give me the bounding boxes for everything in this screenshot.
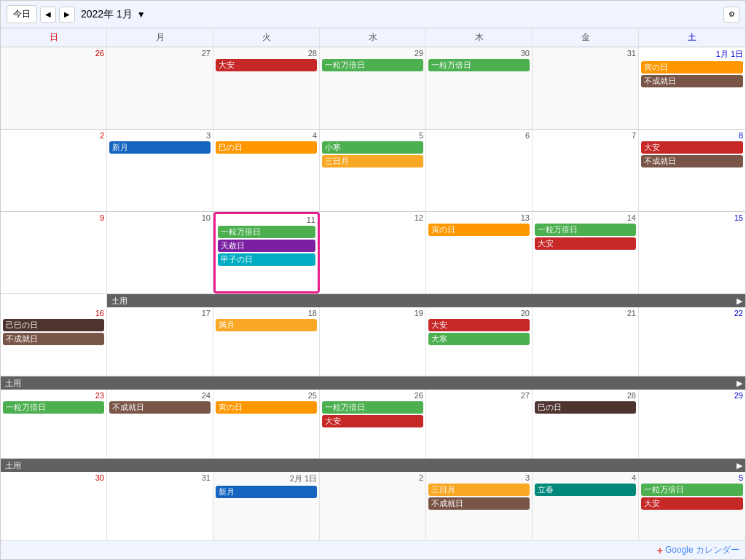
day-cell-w1-d0[interactable]: 2 <box>1 130 107 211</box>
day-num-w1-d4: 6 <box>428 131 530 140</box>
event-w4-d0-e0[interactable]: 一粒万倍日 <box>3 401 104 414</box>
event-w1-d3-e1[interactable]: 三日月 <box>322 155 423 167</box>
day-num-w3-d3: 19 <box>322 309 423 318</box>
event-w2-d2-e0[interactable]: 一粒万倍日 <box>218 226 315 238</box>
day-cell-w0-d5[interactable]: 31 <box>533 47 639 129</box>
event-w2-d4-e0[interactable]: 寅の日 <box>428 224 530 236</box>
span-event-row-4: 土用▶ <box>1 376 745 390</box>
day-num-w0-d1: 27 <box>109 49 211 58</box>
day-cell-w1-d2[interactable]: 4巳の日 <box>213 130 320 211</box>
span-event-arrow: ▶ <box>737 296 742 306</box>
day-num-w0-d5: 31 <box>535 49 636 58</box>
day-num-w2-d2: 11 <box>218 216 315 224</box>
week-row-0: 262728大安29一粒万倍日30一粒万倍日311月 1日寅の日不成就日 <box>1 47 745 130</box>
day-cell-w2-d1[interactable]: 10 <box>107 212 213 293</box>
span-event-doyou[interactable]: 土用▶ <box>1 459 745 472</box>
day-cell-w2-d6[interactable]: 15 <box>639 212 745 293</box>
event-w3-d2-e0[interactable]: 満月 <box>216 319 317 331</box>
event-w4-d3-e1[interactable]: 大安 <box>322 415 423 427</box>
month-dropdown[interactable]: ▼ <box>137 9 146 20</box>
header-monday: 月 <box>107 28 213 47</box>
event-w0-d6-e1[interactable]: 不成就日 <box>641 75 743 87</box>
event-w3-d4-e1[interactable]: 大寒 <box>428 333 530 345</box>
day-cell-w0-d4[interactable]: 30一粒万倍日 <box>426 47 533 129</box>
day-cell-w2-d0[interactable]: 9 <box>1 212 107 293</box>
day-num-w2-d0: 9 <box>3 213 104 222</box>
day-num-w2-d3: 12 <box>322 213 423 222</box>
day-num-w0-d3: 29 <box>322 49 423 58</box>
day-cell-w0-d3[interactable]: 29一粒万倍日 <box>320 47 426 129</box>
week-row-3: 土用▶16己巳の日不成就日1718満月1920大安大寒2122 <box>1 294 745 376</box>
event-w5-d6-e0[interactable]: 一粒万倍日 <box>641 484 743 496</box>
day-num-w4-d6: 29 <box>641 391 743 400</box>
settings-button[interactable]: ⚙ <box>723 7 739 23</box>
day-num-w5-d2: 2月 1日 <box>216 473 317 484</box>
day-headers: 日 月 火 水 木 金 土 <box>1 28 745 47</box>
event-w4-d5-e0[interactable]: 巳の日 <box>535 401 636 414</box>
event-w1-d3-e0[interactable]: 小寒 <box>322 141 423 154</box>
event-w5-d2-e0[interactable]: 新月 <box>216 486 317 498</box>
day-num-w1-d6: 8 <box>641 131 743 140</box>
day-num-w5-d6: 5 <box>641 473 743 482</box>
span-event-doyou[interactable]: 土用▶ <box>107 294 745 307</box>
event-w1-d6-e1[interactable]: 不成就日 <box>641 155 743 167</box>
event-w5-d5-e0[interactable]: 立春 <box>535 484 636 496</box>
event-w4-d1-e0[interactable]: 不成就日 <box>109 401 211 414</box>
day-cell-w1-d5[interactable]: 7 <box>533 130 639 211</box>
event-w2-d5-e0[interactable]: 一粒万倍日 <box>535 224 636 236</box>
event-w2-d2-e1[interactable]: 天赦日 <box>218 240 315 252</box>
day-num-w1-d5: 7 <box>535 131 636 140</box>
span-event-label: 土用 <box>5 460 21 471</box>
event-w2-d2-e2[interactable]: 甲子の日 <box>218 253 315 266</box>
week-row-4: 土用▶23一粒万倍日24不成就日25寅の日26一粒万倍日大安2728巳の日29 <box>1 376 745 459</box>
day-cell-w2-d3[interactable]: 12 <box>320 212 426 293</box>
day-cell-w2-d5[interactable]: 14一粒万倍日大安 <box>533 212 639 293</box>
day-num-w1-d1: 3 <box>109 131 211 140</box>
span-event-doyou[interactable]: 土用▶ <box>1 376 745 390</box>
event-w0-d3-e0[interactable]: 一粒万倍日 <box>322 59 423 71</box>
event-w1-d1-e0[interactable]: 新月 <box>109 141 211 154</box>
day-num-w3-d1: 17 <box>109 309 211 318</box>
month-title: 2022年 1月 <box>81 8 133 21</box>
span-event-arrow: ▶ <box>737 461 742 470</box>
google-calendar-link[interactable]: + Google カレンダー <box>657 544 739 556</box>
event-w1-d2-e0[interactable]: 巳の日 <box>216 141 317 154</box>
event-w5-d4-e1[interactable]: 不成就日 <box>428 497 530 510</box>
day-cell-w1-d6[interactable]: 8大安不成就日 <box>639 130 745 211</box>
day-num-w4-d1: 24 <box>109 391 211 400</box>
day-cell-w0-d1[interactable]: 27 <box>107 47 213 129</box>
day-num-w0-d4: 30 <box>428 49 530 58</box>
header-thursday: 木 <box>426 28 533 47</box>
prev-month-button[interactable]: ◀ <box>40 7 56 23</box>
next-month-button[interactable]: ▶ <box>59 7 75 23</box>
event-w1-d6-e0[interactable]: 大安 <box>641 141 743 154</box>
event-w4-d2-e0[interactable]: 寅の日 <box>216 401 317 414</box>
event-w0-d2-e0[interactable]: 大安 <box>216 59 317 71</box>
day-num-w4-d4: 27 <box>428 391 530 400</box>
day-num-w5-d0: 30 <box>3 473 104 482</box>
header-sunday: 日 <box>1 28 107 47</box>
day-cell-w1-d1[interactable]: 3新月 <box>107 130 213 211</box>
event-w5-d6-e1[interactable]: 大安 <box>641 497 743 510</box>
day-cell-w1-d3[interactable]: 5小寒三日月 <box>320 130 426 211</box>
day-cell-w2-d2[interactable]: 11一粒万倍日天赦日甲子の日 <box>213 212 320 293</box>
day-num-w2-d6: 15 <box>641 213 743 222</box>
day-cell-w3-d0[interactable]: 16己巳の日不成就日 <box>1 294 107 376</box>
day-cell-w2-d4[interactable]: 13寅の日 <box>426 212 533 293</box>
event-w4-d3-e0[interactable]: 一粒万倍日 <box>322 401 423 414</box>
day-cell-w0-d2[interactable]: 28大安 <box>213 47 320 129</box>
day-cell-w0-d6[interactable]: 1月 1日寅の日不成就日 <box>639 47 745 129</box>
day-num-w0-d2: 28 <box>216 49 317 58</box>
event-w3-d0-e0[interactable]: 己巳の日 <box>3 319 104 331</box>
event-w3-d0-e1[interactable]: 不成就日 <box>3 333 104 345</box>
event-w0-d4-e0[interactable]: 一粒万倍日 <box>428 59 530 71</box>
span-event-row-3: 土用▶ <box>107 294 745 307</box>
day-cell-w0-d0[interactable]: 26 <box>1 47 107 129</box>
day-num-w5-d1: 31 <box>109 473 211 482</box>
event-w0-d6-e0[interactable]: 寅の日 <box>641 61 743 74</box>
event-w5-d4-e0[interactable]: 三日月 <box>428 484 530 496</box>
event-w3-d4-e0[interactable]: 大安 <box>428 319 530 331</box>
day-cell-w1-d4[interactable]: 6 <box>426 130 533 211</box>
today-button[interactable]: 今日 <box>7 5 37 23</box>
event-w2-d5-e1[interactable]: 大安 <box>535 237 636 250</box>
